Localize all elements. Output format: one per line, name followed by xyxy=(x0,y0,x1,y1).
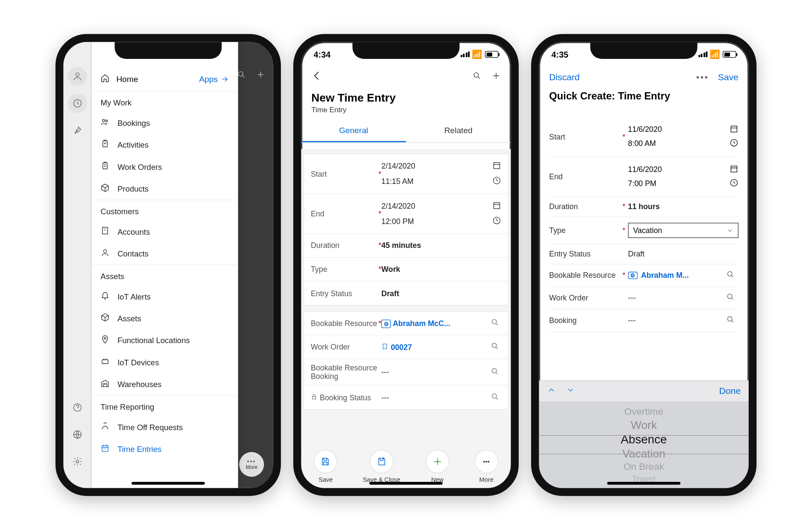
profile-icon[interactable] xyxy=(68,67,87,86)
home-indicator[interactable] xyxy=(607,482,681,485)
more-button[interactable]: •••More xyxy=(474,449,498,483)
sidebar-item-home[interactable]: Home xyxy=(101,73,138,84)
svg-point-6 xyxy=(102,119,105,122)
svg-rect-9 xyxy=(103,163,108,169)
picker-option[interactable]: Work xyxy=(631,418,657,432)
next-field-button[interactable] xyxy=(566,385,575,396)
field-end[interactable]: End* 2/14/2020 12:00 PM xyxy=(304,194,508,234)
svg-point-22 xyxy=(492,343,497,348)
svg-rect-18 xyxy=(494,203,499,209)
done-button[interactable]: Done xyxy=(719,386,741,396)
sidebar-item-accounts[interactable]: Accounts xyxy=(91,221,238,242)
field-type[interactable]: Type*Vacation xyxy=(549,217,739,244)
save-button[interactable]: Save xyxy=(314,449,337,483)
people-icon xyxy=(101,117,110,128)
search-icon[interactable] xyxy=(489,318,501,329)
sidebar-item-activities[interactable]: Activities xyxy=(91,134,238,155)
add-icon[interactable] xyxy=(492,71,501,82)
search-icon[interactable] xyxy=(726,293,739,303)
wifi-icon: 📶 xyxy=(710,49,720,59)
search-icon[interactable] xyxy=(489,392,501,403)
search-icon[interactable] xyxy=(489,367,501,377)
picker-option[interactable]: Overtime xyxy=(625,405,663,418)
device-icon xyxy=(101,357,110,367)
back-button[interactable] xyxy=(311,70,322,84)
sidebar-item-time-off[interactable]: Time Off Requests xyxy=(91,416,238,438)
svg-point-15 xyxy=(474,73,479,77)
type-picker[interactable]: Overtime Work Absence Vacation On Break … xyxy=(539,401,749,488)
save-button[interactable]: Save xyxy=(718,73,739,83)
search-icon[interactable] xyxy=(726,270,739,281)
type-select[interactable]: Vacation xyxy=(628,223,739,238)
phone-quick-create: 4:35 📶 Discard ••• Save Quick Create: Ti… xyxy=(531,34,757,496)
sidebar-item-functional-locations[interactable]: Functional Locations xyxy=(91,329,238,351)
field-type[interactable]: Type*Work xyxy=(304,258,508,281)
clock-icon xyxy=(492,176,501,186)
prev-field-button[interactable] xyxy=(547,385,556,396)
section-my-work: My Work xyxy=(91,91,238,112)
sidebar-item-assets[interactable]: Assets xyxy=(91,307,238,329)
save-close-button[interactable]: Save & Close xyxy=(363,449,400,483)
apps-link[interactable]: Apps xyxy=(199,74,229,83)
calendar-icon xyxy=(492,201,501,212)
battery-icon xyxy=(723,51,736,58)
timeoff-icon xyxy=(101,422,110,432)
field-start[interactable]: Start* 11/6/2020 8:00 AM xyxy=(549,117,739,157)
picker-option[interactable]: Vacation xyxy=(622,447,666,461)
field-bookable-resource[interactable]: Bookable Resource*⚙ Abraham McC... xyxy=(304,312,508,335)
recent-icon[interactable] xyxy=(68,94,87,113)
search-icon[interactable] xyxy=(473,71,482,82)
globe-icon[interactable] xyxy=(68,425,87,444)
home-indicator[interactable] xyxy=(131,482,205,485)
more-icon[interactable]: ••• xyxy=(696,73,709,83)
picker-option-selected[interactable]: Absence xyxy=(621,432,667,446)
sidebar-item-iot-devices[interactable]: IoT Devices xyxy=(91,351,238,373)
sidebar: Home Apps My Work Bookings Activities Wo… xyxy=(91,42,238,488)
field-booking-status[interactable]: Booking Status*--- xyxy=(304,385,508,409)
field-end[interactable]: End* 11/6/2020 7:00 PM xyxy=(549,157,739,197)
help-icon[interactable] xyxy=(68,398,87,417)
search-icon[interactable] xyxy=(237,70,246,81)
tab-related[interactable]: Related xyxy=(406,119,511,142)
search-icon[interactable] xyxy=(489,342,501,352)
page-title: Quick Create: Time Entry xyxy=(539,88,749,104)
field-duration[interactable]: Duration*11 hours xyxy=(549,197,739,217)
sidebar-item-time-entries[interactable]: Time Entries xyxy=(91,438,238,460)
resource-icon: ⚙ xyxy=(628,272,637,279)
field-status[interactable]: Entry Status*Draft xyxy=(549,244,739,265)
sidebar-item-iot-alerts[interactable]: IoT Alerts xyxy=(91,285,238,307)
sidebar-item-warehouses[interactable]: Warehouses xyxy=(91,373,238,395)
sidebar-item-bookings[interactable]: Bookings xyxy=(91,112,238,134)
picker-option[interactable]: On Break xyxy=(624,461,664,473)
tab-general[interactable]: General xyxy=(301,119,406,142)
svg-point-0 xyxy=(239,72,243,76)
field-work-order[interactable]: Work Order*--- xyxy=(549,287,739,309)
sidebar-item-products[interactable]: Products xyxy=(91,178,238,199)
person-icon xyxy=(101,248,110,259)
settings-icon[interactable] xyxy=(68,452,87,471)
field-status[interactable]: Entry Status*Draft xyxy=(304,281,508,305)
device-notch xyxy=(115,42,222,59)
svg-rect-21 xyxy=(383,344,387,348)
sidebar-item-work-orders[interactable]: Work Orders xyxy=(91,156,238,178)
phone-navigation: ••• More Home Apps My Work Bookings Acti… xyxy=(55,34,281,496)
field-duration[interactable]: Duration*45 minutes xyxy=(304,234,508,257)
field-resource[interactable]: Bookable Resource*⚙Abraham M... xyxy=(549,265,739,287)
new-button[interactable]: New xyxy=(426,449,449,483)
field-work-order[interactable]: Work Order* 00027 xyxy=(304,335,508,359)
calendar-icon xyxy=(492,161,501,172)
pin-icon[interactable] xyxy=(68,121,87,140)
field-booking[interactable]: Booking*--- xyxy=(549,309,739,332)
search-icon[interactable] xyxy=(726,315,739,326)
home-indicator[interactable] xyxy=(369,482,443,485)
field-booking[interactable]: Bookable Resource Booking*--- xyxy=(304,359,508,385)
clock: 4:34 xyxy=(314,50,331,59)
svg-point-31 xyxy=(727,294,732,299)
more-button-bg[interactable]: ••• More xyxy=(239,452,264,477)
add-icon[interactable] xyxy=(256,70,265,81)
sidebar-item-contacts[interactable]: Contacts xyxy=(91,242,238,264)
discard-button[interactable]: Discard xyxy=(549,73,580,83)
page-subtitle: Time Entry xyxy=(301,105,511,119)
clipboard-icon xyxy=(101,161,110,172)
field-start[interactable]: Start* 2/14/2020 11:15 AM xyxy=(304,154,508,194)
